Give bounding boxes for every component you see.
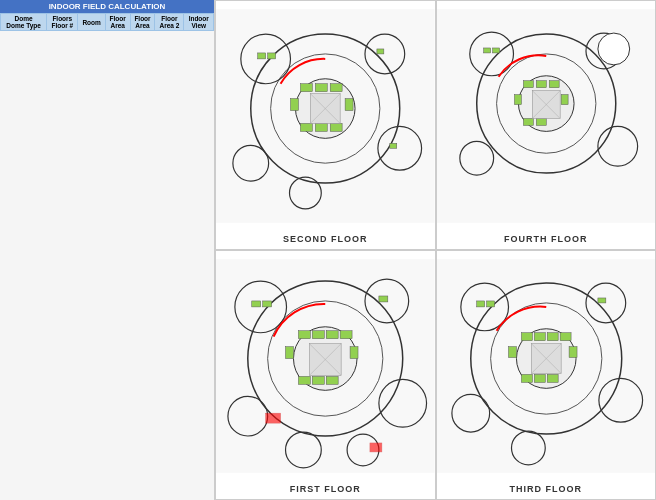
svg-rect-94 bbox=[486, 301, 494, 307]
svg-rect-37 bbox=[561, 95, 568, 105]
svg-rect-84 bbox=[560, 333, 571, 341]
data-table: DomeDome Type FloorsFloor # Room FloorAr… bbox=[0, 13, 214, 31]
second-floor-plan: SECOND FLOOR bbox=[215, 0, 436, 250]
header-title: INDOOR FIELD CALCULATION bbox=[49, 2, 166, 11]
svg-rect-16 bbox=[290, 99, 298, 111]
svg-rect-13 bbox=[315, 123, 327, 131]
svg-rect-32 bbox=[523, 81, 533, 88]
svg-rect-83 bbox=[547, 333, 558, 341]
svg-rect-55 bbox=[298, 331, 310, 339]
svg-rect-10 bbox=[315, 84, 327, 92]
svg-rect-38 bbox=[514, 95, 521, 105]
svg-rect-33 bbox=[536, 81, 546, 88]
svg-rect-56 bbox=[312, 331, 324, 339]
main-container: INDOOR FIELD CALCULATION DomeDome Type F… bbox=[0, 0, 656, 500]
svg-rect-86 bbox=[534, 374, 545, 382]
svg-rect-42 bbox=[483, 48, 490, 53]
table-panel: INDOOR FIELD CALCULATION DomeDome Type F… bbox=[0, 0, 215, 500]
svg-rect-23 bbox=[390, 143, 397, 148]
svg-rect-35 bbox=[523, 118, 533, 125]
svg-rect-93 bbox=[476, 301, 484, 307]
fourth-floor-label: FOURTH FLOOR bbox=[437, 234, 656, 244]
svg-rect-81 bbox=[521, 333, 532, 341]
svg-rect-58 bbox=[340, 331, 352, 339]
second-floor-label: SECOND FLOOR bbox=[216, 234, 435, 244]
svg-rect-9 bbox=[300, 84, 312, 92]
svg-rect-89 bbox=[508, 347, 516, 358]
table-header: INDOOR FIELD CALCULATION bbox=[0, 0, 214, 13]
col-indoor-view: IndoorView bbox=[184, 14, 214, 31]
col-floors: FloorsFloor # bbox=[47, 14, 78, 31]
col-dome: DomeDome Type bbox=[1, 14, 47, 31]
col-floor-area3: FloorArea 2 bbox=[155, 14, 184, 31]
svg-rect-34 bbox=[549, 81, 559, 88]
svg-rect-63 bbox=[286, 347, 294, 359]
col-floor-area2: FloorArea bbox=[130, 14, 155, 31]
svg-rect-82 bbox=[534, 333, 545, 341]
svg-rect-69 bbox=[252, 301, 261, 307]
svg-rect-15 bbox=[345, 99, 353, 111]
svg-rect-59 bbox=[298, 376, 310, 384]
svg-rect-64 bbox=[266, 413, 281, 423]
first-floor-plan: FIRST FLOOR bbox=[215, 250, 436, 500]
svg-rect-11 bbox=[330, 84, 342, 92]
third-floor-label: THIRD FLOOR bbox=[437, 484, 656, 494]
svg-rect-60 bbox=[312, 376, 324, 384]
svg-rect-88 bbox=[569, 347, 577, 358]
fourth-floor-plan: FOURTH FLOOR bbox=[436, 0, 657, 250]
svg-rect-12 bbox=[300, 123, 312, 131]
svg-rect-14 bbox=[330, 123, 342, 131]
svg-rect-70 bbox=[263, 301, 272, 307]
col-floor-area: FloorArea bbox=[105, 14, 130, 31]
svg-rect-65 bbox=[370, 443, 382, 452]
svg-rect-43 bbox=[492, 48, 499, 53]
svg-rect-61 bbox=[326, 376, 338, 384]
first-floor-label: FIRST FLOOR bbox=[216, 484, 435, 494]
svg-rect-57 bbox=[326, 331, 338, 339]
svg-rect-22 bbox=[377, 49, 384, 54]
third-floor-plan: THIRD FLOOR bbox=[436, 250, 657, 500]
svg-rect-87 bbox=[547, 374, 558, 382]
svg-point-44 bbox=[597, 33, 629, 65]
table-content: DomeDome Type FloorsFloor # Room FloorAr… bbox=[0, 13, 214, 31]
svg-rect-20 bbox=[258, 53, 266, 59]
svg-rect-95 bbox=[597, 298, 605, 303]
col-room: Room bbox=[78, 14, 105, 31]
svg-rect-62 bbox=[350, 347, 358, 359]
svg-rect-36 bbox=[536, 118, 546, 125]
svg-rect-71 bbox=[379, 296, 388, 302]
svg-rect-85 bbox=[521, 374, 532, 382]
svg-rect-21 bbox=[268, 53, 276, 59]
